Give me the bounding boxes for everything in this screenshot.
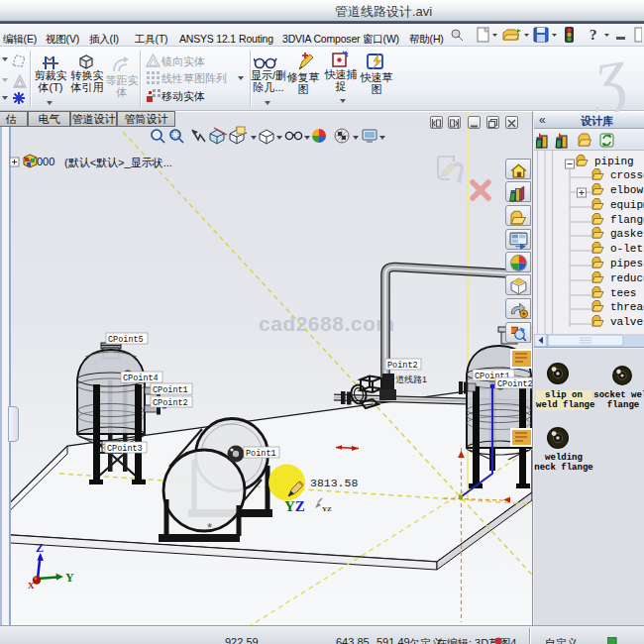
svg-text:CPoint3: CPoint3 [107,444,143,454]
svg-text:管道线路1: 管道线路1 [386,375,427,384]
svg-text:YZ: YZ [284,498,305,514]
svg-text:CPoint5: CPoint5 [108,335,144,345]
svg-text:*: * [207,520,212,535]
svg-text:X: X [28,581,35,590]
svg-text:3813.58: 3813.58 [310,477,358,489]
svg-text:CPoint2: CPoint2 [497,379,532,389]
svg-text:?: ? [590,27,597,43]
svg-text:CPoint2: CPoint2 [153,398,188,408]
svg-text:Y: Y [65,571,74,585]
svg-text:Point2: Point2 [387,361,418,371]
svg-text:CPoint4: CPoint4 [123,374,159,383]
svg-text:Z: Z [36,541,44,555]
svg-text:cad2688.com: cad2688.com [259,312,394,335]
svg-text:CPoint1: CPoint1 [153,385,188,395]
svg-text:Point1: Point1 [246,449,276,459]
svg-text:YZ: YZ [322,505,332,513]
